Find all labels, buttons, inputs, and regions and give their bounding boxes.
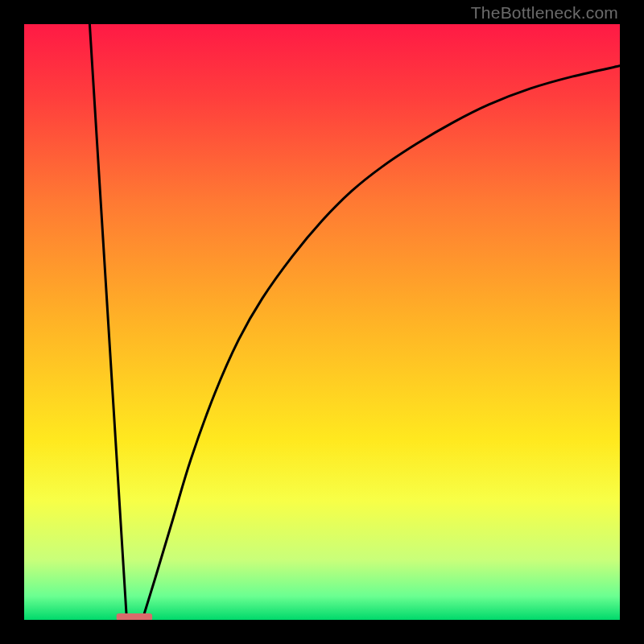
chart-frame: TheBottleneck.com <box>0 0 644 644</box>
bottleneck-marker <box>117 613 152 620</box>
gradient-background <box>24 24 620 620</box>
plot-area <box>24 24 620 620</box>
marker-pill <box>117 613 152 620</box>
watermark-text: TheBottleneck.com <box>471 3 618 23</box>
chart-svg <box>24 24 620 620</box>
